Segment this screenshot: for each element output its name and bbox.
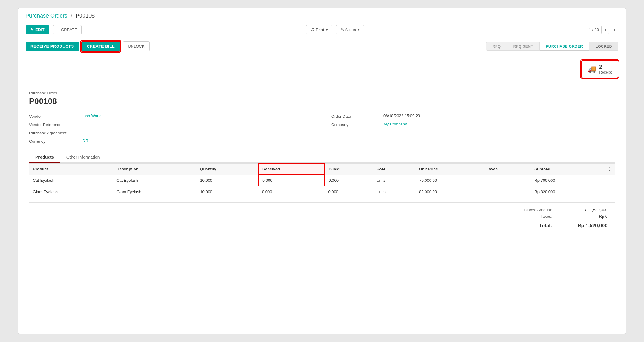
- table-header-row: Product Description Quantity Received Bi…: [29, 163, 615, 175]
- cell-unit-price-1: 70,000.00: [415, 175, 483, 186]
- untaxed-value: Rp 1,520,000: [571, 208, 607, 212]
- cell-taxes-2: [483, 186, 531, 197]
- total-value: Rp 1,520,000: [571, 223, 607, 229]
- cell-taxes-1: [483, 175, 531, 186]
- cell-billed-1: 0.000: [324, 175, 373, 186]
- edit-label: EDIT: [35, 27, 45, 32]
- col-header-unit-price: Unit Price: [415, 163, 483, 175]
- breadcrumb-parent[interactable]: Purchase Orders: [26, 13, 67, 19]
- form-section-left: Vendor Lash World Vendor Reference Purch…: [29, 113, 313, 144]
- cell-description-1: Cat Eyelash: [113, 175, 196, 186]
- secondary-action-bar-left: RECEIVE PRODUCTS CREATE BILL UNLOCK: [26, 41, 150, 52]
- cell-description-2: Glam Eyelash: [113, 186, 196, 197]
- currency-value[interactable]: IDR: [81, 138, 88, 143]
- col-header-menu: ⋮: [603, 163, 615, 175]
- company-value[interactable]: My Company: [383, 122, 407, 126]
- outer-frame: Purchase Orders / P00108 ✎ EDIT + CREATE…: [0, 0, 644, 342]
- status-step-purchase-order[interactable]: PURCHASE ORDER: [540, 42, 589, 51]
- col-header-received: Received: [258, 163, 325, 175]
- tabs: Products Other Information: [29, 152, 615, 163]
- action-label: ✎ Action: [341, 27, 356, 32]
- form-row-purchase-agreement: Purchase Agreement: [29, 130, 313, 135]
- cell-received-2: 0.000: [258, 186, 325, 197]
- nav-next-button[interactable]: ›: [611, 26, 618, 34]
- cell-unit-price-2: 82,000.00: [415, 186, 483, 197]
- print-chevron-icon: ▾: [326, 27, 328, 32]
- table-row: Glam Eyelash Glam Eyelash 10.000 0.000 0…: [29, 186, 615, 197]
- currency-label: Currency: [29, 138, 78, 144]
- form-row-company: Company My Company: [331, 122, 615, 127]
- form-grid: Vendor Lash World Vendor Reference Purch…: [29, 113, 615, 144]
- taxes-label: Taxes:: [497, 214, 552, 219]
- col-header-billed: Billed: [324, 163, 373, 175]
- unlock-button[interactable]: UNLOCK: [123, 41, 150, 51]
- vendor-value[interactable]: Lash World: [81, 113, 102, 118]
- breadcrumb: Purchase Orders / P00108: [26, 13, 618, 19]
- products-table: Product Description Quantity Received Bi…: [29, 163, 615, 197]
- cell-uom-1: Units: [373, 175, 415, 186]
- total-label: Total:: [497, 223, 552, 229]
- breadcrumb-separator: /: [71, 13, 72, 19]
- page-container: Purchase Orders / P00108 ✎ EDIT + CREATE…: [18, 8, 626, 334]
- vendor-reference-label: Vendor Reference: [29, 122, 78, 127]
- status-steps: RFQ RFQ SENT PURCHASE ORDER LOCKED: [486, 42, 618, 51]
- action-button[interactable]: ✎ Action ▾: [336, 25, 364, 34]
- col-header-subtotal: Subtotal: [531, 163, 603, 175]
- action-bar-center: 🖨 Print ▾ ✎ Action ▾: [306, 25, 364, 34]
- total-row-untaxed: Untaxed Amount: Rp 1,520,000: [497, 208, 607, 212]
- company-label: Company: [331, 122, 380, 127]
- cell-quantity-1: 10.000: [196, 175, 258, 186]
- cell-menu-2[interactable]: [603, 186, 615, 197]
- create-button[interactable]: + CREATE: [53, 25, 82, 34]
- order-date-value: 08/18/2022 15:09:29: [383, 113, 420, 118]
- cell-received-1: 5.000: [258, 175, 325, 186]
- col-header-uom: UoM: [373, 163, 415, 175]
- create-label: + CREATE: [58, 27, 77, 32]
- edit-button[interactable]: ✎ EDIT: [26, 25, 49, 34]
- top-bar: Purchase Orders / P00108: [18, 8, 626, 25]
- create-bill-button[interactable]: CREATE BILL: [81, 41, 120, 52]
- totals-section: Untaxed Amount: Rp 1,520,000 Taxes: Rp 0…: [29, 202, 615, 233]
- cell-uom-2: Units: [373, 186, 415, 197]
- vendor-label: Vendor: [29, 113, 78, 119]
- total-row-grand: Total: Rp 1,520,000: [497, 221, 607, 229]
- action-bar-right: 1 / 80 ‹ ›: [589, 26, 618, 34]
- receipt-label: Receipt: [599, 70, 612, 74]
- tab-products[interactable]: Products: [29, 152, 60, 163]
- purchase-agreement-label: Purchase Agreement: [29, 130, 78, 135]
- form-row-currency: Currency IDR: [29, 138, 313, 144]
- cell-product-1: Cat Eyelash: [29, 175, 113, 186]
- cell-subtotal-2: Rp 820,000: [531, 186, 603, 197]
- receipt-truck-icon: 🚚: [588, 65, 596, 73]
- nav-arrows: ‹ ›: [601, 26, 618, 34]
- receive-products-button[interactable]: RECEIVE PRODUCTS: [26, 42, 79, 51]
- receipt-button[interactable]: 🚚 2 Receipt: [581, 60, 618, 78]
- receipt-count: 2: [599, 64, 612, 70]
- form-row-vendor-ref: Vendor Reference: [29, 122, 313, 127]
- status-step-rfq-sent[interactable]: RFQ SENT: [507, 42, 540, 51]
- col-header-quantity: Quantity: [196, 163, 258, 175]
- print-button[interactable]: 🖨 Print ▾: [306, 25, 332, 34]
- nav-prev-button[interactable]: ‹: [601, 26, 609, 34]
- taxes-value: Rp 0: [571, 214, 607, 219]
- form-section-right: Order Date 08/18/2022 15:09:29 Company M…: [331, 113, 615, 144]
- status-step-rfq[interactable]: RFQ: [486, 42, 507, 51]
- status-step-locked[interactable]: LOCKED: [589, 42, 618, 51]
- tab-other-information[interactable]: Other Information: [60, 152, 106, 163]
- col-header-taxes: Taxes: [483, 163, 531, 175]
- action-bar-left: ✎ EDIT + CREATE: [26, 25, 82, 34]
- order-label: Purchase Order: [29, 91, 615, 95]
- action-bar: ✎ EDIT + CREATE 🖨 Print ▾ ✎ Action ▾ 1 /: [18, 25, 626, 38]
- col-header-product: Product: [29, 163, 113, 175]
- pagination-text: 1 / 80: [589, 27, 599, 32]
- cell-subtotal-1: Rp 700,000: [531, 175, 603, 186]
- cell-quantity-2: 10.000: [196, 186, 258, 197]
- receipt-info: 2 Receipt: [599, 64, 612, 74]
- edit-icon: ✎: [30, 27, 34, 32]
- untaxed-label: Untaxed Amount:: [497, 208, 552, 212]
- cell-menu-1[interactable]: [603, 175, 615, 186]
- main-content: Purchase Order P00108 Vendor Lash World …: [18, 83, 626, 334]
- total-row-taxes: Taxes: Rp 0: [497, 214, 607, 219]
- form-row-vendor: Vendor Lash World: [29, 113, 313, 119]
- print-label: 🖨 Print: [311, 27, 324, 32]
